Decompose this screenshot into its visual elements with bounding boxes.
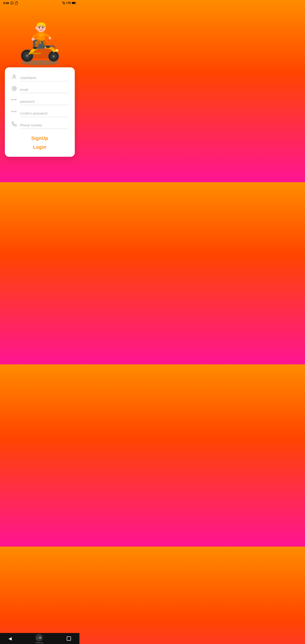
phone-field-group [11, 121, 68, 129]
username-field-group [11, 74, 68, 81]
username-input[interactable] [20, 76, 68, 81]
svg-point-23 [55, 49, 58, 52]
clock: 6:08 [4, 2, 9, 5]
phone-input-wrap [20, 124, 68, 129]
svg-point-35 [33, 46, 37, 49]
username-input-wrap [20, 76, 68, 81]
svg-point-34 [49, 37, 51, 40]
password-asterisks: *** [11, 98, 17, 102]
signup-button[interactable]: SignUp [11, 133, 68, 143]
clipboard-icon [15, 1, 18, 5]
email-input-wrap [20, 88, 68, 93]
battery-icon [72, 2, 76, 4]
phone-input[interactable] [20, 124, 68, 129]
hero-illustration-area [0, 6, 80, 65]
confirm-password-input-wrap [20, 112, 68, 117]
phone-icon [11, 121, 17, 127]
delivery-illustration [14, 10, 65, 65]
confirm-password-asterisks: *** [11, 110, 17, 114]
confirm-password-field-group: *** [11, 109, 68, 117]
login-button[interactable]: Login [11, 143, 68, 152]
svg-point-38 [39, 27, 40, 28]
svg-point-42 [13, 88, 15, 90]
person-icon [11, 74, 17, 80]
status-bar: 6:08 LTE [0, 0, 80, 6]
svg-rect-8 [72, 2, 75, 4]
svg-point-14 [26, 55, 28, 56]
svg-rect-33 [32, 38, 34, 40]
svg-rect-21 [30, 52, 41, 54]
alert-circle-icon [10, 1, 14, 5]
svg-point-5 [64, 4, 64, 4]
svg-rect-3 [16, 2, 17, 2]
email-field-group [11, 86, 68, 93]
password-field-group: *** [11, 98, 68, 105]
svg-point-40 [35, 26, 38, 30]
network-type: LTE [66, 2, 71, 4]
svg-point-41 [13, 75, 15, 76]
password-input-wrap [20, 100, 68, 105]
svg-rect-7 [76, 2, 76, 4]
wifi-off-icon [62, 1, 66, 5]
status-icons: LTE [62, 1, 76, 5]
at-icon [11, 86, 17, 92]
email-input[interactable] [20, 88, 68, 93]
svg-point-29 [39, 42, 41, 44]
rider-svg [14, 10, 65, 65]
status-time: 6:08 [4, 1, 18, 5]
confirm-password-dots-icon: *** [11, 109, 17, 115]
password-dots-icon: *** [11, 98, 17, 104]
svg-point-39 [42, 27, 44, 28]
password-input[interactable] [20, 100, 68, 105]
svg-point-18 [53, 56, 54, 57]
svg-point-31 [39, 33, 43, 37]
signup-card: *** *** SignUp Login [5, 67, 75, 157]
svg-point-36 [46, 46, 50, 48]
confirm-password-input[interactable] [20, 112, 68, 117]
